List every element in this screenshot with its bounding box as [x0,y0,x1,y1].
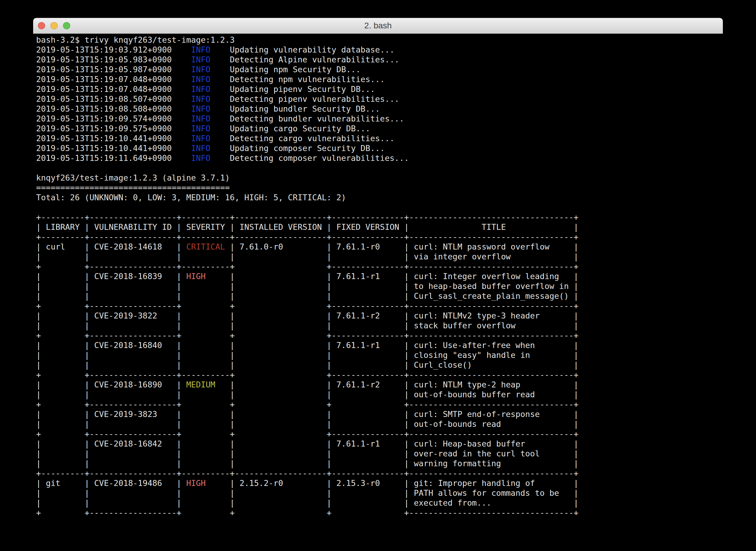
terminal-line: ======================================== [36,183,723,192]
terminal-line: | | | | | | to heap-based buffer overflo… [36,281,723,291]
terminal-line: + +------------------+ + +--------------… [36,331,723,340]
zoom-button[interactable] [63,22,70,29]
terminal-line: | | | | | | executed from... | [36,498,723,508]
terminal-line: 2019-05-13T15:19:10.441+0900 INFO Updati… [36,143,723,153]
severity-critical: CRITICAL [186,242,225,251]
log-level-info: INFO [191,65,211,74]
terminal-line: Total: 26 (UNKNOWN: 0, LOW: 3, MEDIUM: 1… [36,192,723,202]
terminal-line: 2019-05-13T15:19:09.575+0900 INFO Updati… [36,123,723,133]
log-level-info: INFO [191,134,211,143]
terminal-line: | | CVE-2018-16839 | HIGH | | 7.61.1-r1 … [36,271,723,281]
terminal-line: +---------+------------------+----------… [36,468,723,478]
terminal-line: | | CVE-2019-3823 | | | | curl: SMTP end… [36,409,723,419]
terminal-line: | | | | | | closing "easy" handle in | [36,350,723,360]
severity-medium: MEDIUM [186,380,215,389]
log-level-info: INFO [191,55,211,64]
close-button[interactable] [38,22,45,29]
terminal-line: 2019-05-13T15:19:05.987+0900 INFO Updati… [36,64,723,74]
terminal-line: | | | | | | Curl_close() | [36,360,723,370]
terminal-line: | | CVE-2018-16890 | MEDIUM | | 7.61.1-r… [36,380,723,390]
log-level-info: INFO [191,153,211,163]
terminal-window: 2. bash bash-3.2$ trivy knqyf263/test-im… [33,18,723,533]
terminal-line: | | CVE-2019-3822 | | | 7.61.1-r2 | curl… [36,311,723,321]
log-level-info: INFO [191,124,211,133]
terminal-line: + +------------------+----------+ +-----… [36,370,723,380]
terminal-line: | | | | | | warning formatting | [36,459,723,468]
window-titlebar[interactable]: 2. bash [33,18,723,34]
terminal-line: | | | | | | out-of-bounds buffer read | [36,390,723,399]
log-level-info: INFO [191,75,211,84]
terminal-line: 2019-05-13T15:19:10.441+0900 INFO Detect… [36,133,723,143]
severity-high: HIGH [186,479,206,488]
terminal-line: | | CVE-2018-16840 | | | 7.61.1-r1 | cur… [36,340,723,350]
terminal-line: + +------------------+ + + +------------… [36,508,723,518]
terminal-line [36,163,723,173]
terminal-line: 2019-05-13T15:19:08.508+0900 INFO Updati… [36,104,723,114]
terminal-line: 2019-05-13T15:19:08.507+0900 INFO Detect… [36,94,723,104]
log-level-info: INFO [191,84,211,94]
terminal-line: | | | | | | stack buffer overflow | [36,321,723,331]
terminal-line: + +------------------+ + +--------------… [36,429,723,439]
terminal-line: | | | | | | PATH allows for commands to … [36,488,723,498]
terminal-line: 2019-05-13T15:19:05.983+0900 INFO Detect… [36,55,723,64]
terminal-line: | | | | | | via integer overflow | [36,251,723,261]
terminal-line: 2019-05-13T15:19:07.048+0900 INFO Detect… [36,74,723,84]
terminal-line: + +------------------+ + + +------------… [36,399,723,409]
terminal-line: | | | | | | over-read in the curl tool | [36,449,723,459]
log-level-info: INFO [191,143,211,153]
terminal-line: knqyf263/test-image:1.2.3 (alpine 3.7.1) [36,173,723,183]
desktop: 2. bash bash-3.2$ trivy knqyf263/test-im… [0,0,756,551]
terminal-line [36,202,723,212]
log-level-info: INFO [191,114,211,123]
terminal-line: 2019-05-13T15:19:09.574+0900 INFO Detect… [36,114,723,123]
log-level-info: INFO [191,94,211,104]
terminal-line: | git | CVE-2018-19486 | HIGH | 2.15.2-r… [36,478,723,488]
terminal-line: + +------------------+----------+ +-----… [36,261,723,271]
terminal-screen[interactable]: bash-3.2$ trivy knqyf263/test-image:1.2.… [33,34,723,518]
minimize-button[interactable] [50,22,58,29]
severity-high: HIGH [186,271,206,281]
terminal-line: bash-3.2$ trivy knqyf263/test-image:1.2.… [36,35,723,45]
terminal-line: 2019-05-13T15:19:11.649+0900 INFO Detect… [36,153,723,163]
terminal-line: 2019-05-13T15:19:03.912+0900 INFO Updati… [36,45,723,55]
terminal-line: +---------+------------------+----------… [36,232,723,242]
terminal-line: | | CVE-2018-16842 | | | 7.61.1-r1 | cur… [36,439,723,449]
window-title: 2. bash [33,18,723,33]
log-level-info: INFO [191,104,211,113]
terminal-line: +---------+------------------+----------… [36,212,723,222]
terminal-line: + +------------------+ + +--------------… [36,301,723,311]
terminal-line: | | | | | | Curl_sasl_create_plain_messa… [36,291,723,301]
traffic-lights [38,22,70,29]
terminal-line: | LIBRARY | VULNERABILITY ID | SEVERITY … [36,222,723,232]
terminal-line: | curl | CVE-2018-14618 | CRITICAL | 7.6… [36,242,723,251]
terminal-line: | | | | | | out-of-bounds read | [36,419,723,429]
terminal-line: 2019-05-13T15:19:07.048+0900 INFO Updati… [36,84,723,94]
log-level-info: INFO [191,45,211,54]
